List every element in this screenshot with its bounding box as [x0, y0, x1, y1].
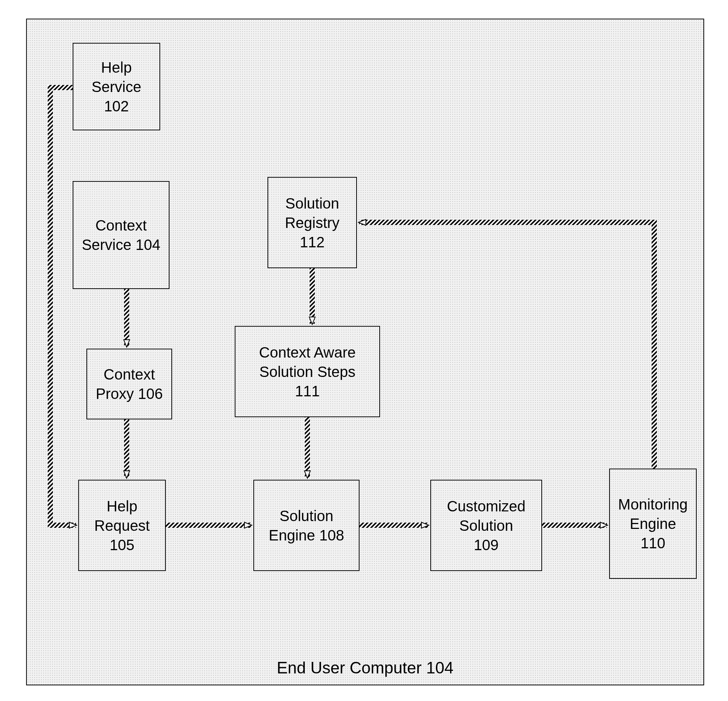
text: Monitoring: [618, 495, 688, 514]
text: Engine 108: [269, 526, 344, 545]
text: Help: [101, 58, 132, 77]
text: Solution: [459, 516, 513, 535]
text: Context Aware: [259, 343, 355, 362]
text: 112: [300, 232, 325, 252]
box-solution-registry: Solution Registry 112: [268, 177, 357, 268]
box-solution-engine: Solution Engine 108: [253, 480, 360, 571]
text: Context: [104, 365, 155, 384]
text: Registry: [285, 213, 340, 232]
box-help-service: Help Service 102: [73, 43, 160, 130]
text: 110: [640, 533, 665, 553]
text: 109: [474, 535, 499, 555]
box-context-proxy: Context Proxy 106: [86, 349, 172, 419]
diagram-canvas: End User Computer 104 Help Service 102 C…: [0, 0, 728, 701]
text: Service 104: [82, 235, 160, 254]
text: Customized: [447, 497, 525, 516]
box-context-aware-solution-steps: Context Aware Solution Steps 111: [235, 326, 380, 417]
text: Solution: [279, 506, 333, 526]
box-monitoring-engine: Monitoring Engine 110: [609, 469, 697, 579]
text: Engine: [630, 514, 676, 533]
text: Help: [107, 497, 137, 516]
text: Proxy 106: [96, 384, 163, 403]
text: Context: [95, 216, 147, 235]
text: 105: [110, 535, 134, 555]
text: 111: [295, 381, 320, 401]
text: 102: [104, 96, 129, 116]
box-context-service: Context Service 104: [73, 181, 170, 289]
text: Service: [92, 77, 141, 96]
box-help-request: Help Request 105: [78, 480, 166, 571]
container-label: End User Computer 104: [27, 659, 703, 677]
text: Request: [94, 516, 150, 535]
text: Solution Steps: [259, 362, 355, 381]
box-customized-solution: Customized Solution 109: [430, 480, 542, 571]
text: Solution: [285, 194, 339, 213]
